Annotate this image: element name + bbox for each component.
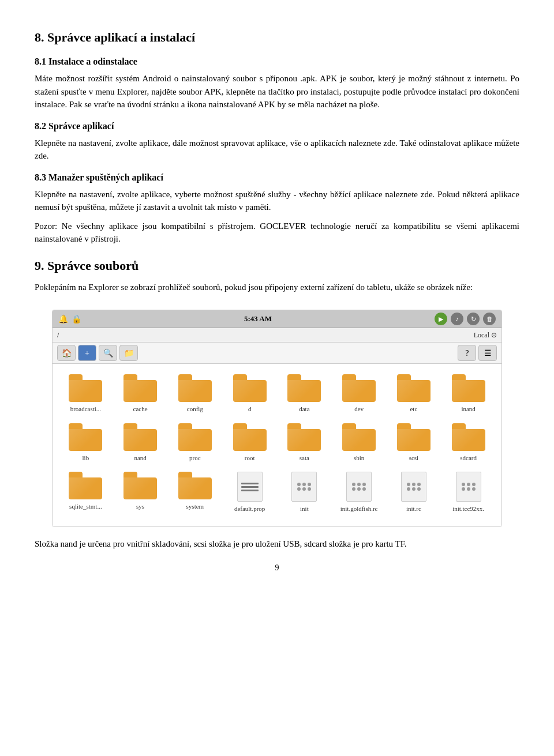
list-item[interactable]: init xyxy=(277,468,332,517)
folder-icon xyxy=(342,423,376,451)
list-item[interactable]: dev xyxy=(332,371,387,418)
list-item[interactable]: system xyxy=(168,468,223,517)
file-icon xyxy=(237,472,263,502)
folder-icon xyxy=(69,423,102,451)
list-item[interactable]: sbin xyxy=(332,420,387,467)
folder-icon xyxy=(69,472,102,499)
path-bar: / Local ⊙ xyxy=(53,328,501,343)
folder-body xyxy=(178,477,212,499)
folder-body xyxy=(178,429,212,451)
folder-icon xyxy=(178,472,212,499)
list-item[interactable]: lib xyxy=(58,420,113,467)
folder-icon xyxy=(233,374,267,402)
file-name: sdcard xyxy=(460,453,477,463)
file-name: root xyxy=(245,453,255,463)
folder-icon xyxy=(397,423,431,451)
file-icon xyxy=(291,472,317,502)
folder-icon xyxy=(287,423,321,451)
search-btn[interactable]: 🔍 xyxy=(99,345,117,361)
folder-icon xyxy=(397,374,431,402)
folder-body xyxy=(452,380,485,402)
file-name: data xyxy=(299,404,309,414)
toolbar-left: 🏠 + 🔍 📁 xyxy=(57,345,138,361)
section-9-p1: Poklepáním na Explorer se zobrazí prohlí… xyxy=(35,281,519,294)
section-81-p1: Máte možnost rozšířit systém Android o n… xyxy=(35,72,519,111)
folder-body xyxy=(287,429,321,451)
help-btn[interactable]: ? xyxy=(458,345,476,361)
list-item[interactable]: sys xyxy=(113,468,168,517)
folder-icon xyxy=(178,374,212,402)
local-label: Local ⊙ xyxy=(474,330,497,340)
folder-body xyxy=(69,429,102,451)
folder-icon xyxy=(342,374,376,402)
list-item[interactable]: default.prop xyxy=(222,468,277,517)
list-item[interactable]: cache xyxy=(113,371,168,418)
file-icon xyxy=(456,472,481,502)
file-name: dev xyxy=(354,404,364,414)
folder-body xyxy=(123,429,157,451)
list-item[interactable]: proc xyxy=(168,420,223,467)
titlebar: 🔔 🔒 5:43 AM ▶ ♪ ↻ 🗑 xyxy=(53,310,501,328)
files-row-2: lib nand proc root sata sbin xyxy=(58,420,496,467)
list-item[interactable]: sqlite_stmt... xyxy=(58,468,113,517)
file-name: cache xyxy=(133,404,148,414)
folder-body xyxy=(178,380,212,402)
file-name: proc xyxy=(189,453,201,463)
file-name: scsi xyxy=(409,453,419,463)
titlebar-time: 5:43 AM xyxy=(244,313,272,325)
list-item[interactable]: init.tcc92xx. xyxy=(441,468,496,517)
folder-body xyxy=(342,429,376,451)
path-left: / xyxy=(57,330,59,340)
toolbar-right: ? ☰ xyxy=(458,345,497,361)
menu-btn[interactable]: ☰ xyxy=(478,345,497,361)
home-btn[interactable]: 🏠 xyxy=(57,345,76,361)
list-item[interactable]: inand xyxy=(441,371,496,418)
list-item[interactable]: sdcard xyxy=(441,420,496,467)
add-btn[interactable]: + xyxy=(78,345,96,361)
list-item[interactable]: init.goldfish.rc xyxy=(332,468,387,517)
file-name: d xyxy=(248,404,252,414)
list-item[interactable]: broadcasti... xyxy=(58,371,113,418)
file-name: lib xyxy=(83,453,89,463)
list-item[interactable]: sata xyxy=(277,420,332,467)
list-item[interactable]: etc xyxy=(387,371,441,418)
list-item[interactable]: root xyxy=(222,420,277,467)
file-name: init.tcc92xx. xyxy=(452,504,484,514)
folder-btn[interactable]: 📁 xyxy=(119,345,138,361)
folder-icon xyxy=(123,472,157,499)
folder-body xyxy=(452,429,485,451)
section-81-title: 8.1 Instalace a odinstalace xyxy=(35,55,519,69)
section-83-p2: Pozor: Ne všechny aplikace jsou kompatib… xyxy=(35,220,519,246)
list-item[interactable]: nand xyxy=(113,420,168,467)
titlebar-left: 🔔 🔒 xyxy=(58,313,81,325)
folder-icon xyxy=(287,374,321,402)
file-manager-screenshot: 🔔 🔒 5:43 AM ▶ ♪ ↻ 🗑 / Local ⊙ 🏠 xyxy=(52,310,502,527)
section-83-p1: Klepněte na nastavení, zvolte aplikace, … xyxy=(35,188,519,214)
folder-body xyxy=(69,477,102,499)
volume-icon: ♪ xyxy=(451,313,463,325)
list-item[interactable]: d xyxy=(222,371,277,418)
local-text: Local xyxy=(474,331,489,339)
file-name: inand xyxy=(461,404,475,414)
folder-icon xyxy=(69,374,102,402)
list-item[interactable]: init.rc xyxy=(387,468,441,517)
file-name: sbin xyxy=(354,453,364,463)
file-name: sata xyxy=(300,453,309,463)
file-name: sys xyxy=(136,502,144,511)
section-9-title: 9. Správce souborů xyxy=(35,256,519,275)
folder-icon xyxy=(123,374,157,402)
refresh-icon: ↻ xyxy=(467,313,480,325)
titlebar-right: ▶ ♪ ↻ 🗑 xyxy=(435,313,496,325)
list-item[interactable]: data xyxy=(277,371,332,418)
file-name: default.prop xyxy=(234,504,265,514)
folder-icon xyxy=(178,423,212,451)
file-name: etc xyxy=(410,404,417,414)
folder-body xyxy=(233,429,267,451)
play-icon: ▶ xyxy=(435,313,447,325)
folder-icon xyxy=(452,423,485,451)
list-item[interactable]: config xyxy=(168,371,223,418)
folder-icon xyxy=(123,423,157,451)
list-item[interactable]: scsi xyxy=(387,420,441,467)
alert-icon: 🔔 xyxy=(58,313,68,325)
file-name: broadcasti... xyxy=(70,404,101,414)
